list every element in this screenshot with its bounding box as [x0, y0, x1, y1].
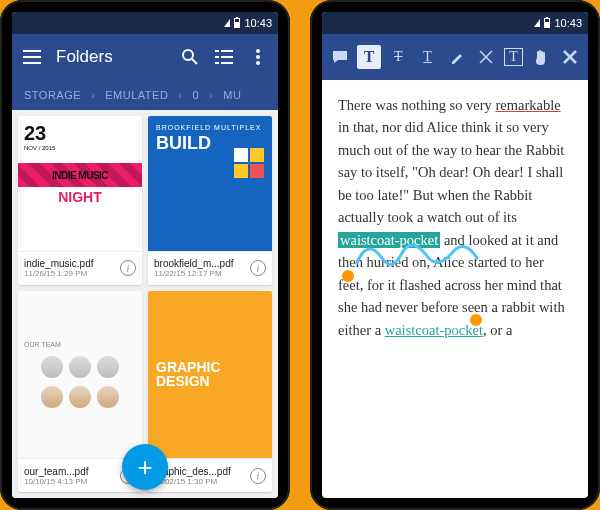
thumb-title: INDIE MUSIC [18, 163, 142, 187]
crumb[interactable]: EMULATED [105, 89, 168, 101]
info-icon[interactable]: i [120, 260, 136, 276]
svg-point-3 [256, 61, 260, 65]
file-date: 10/02/15 1:30 PM [154, 477, 246, 486]
file-meta: brookfield_m...pdf11/22/15 12:17 PM i [148, 251, 272, 285]
signal-icon [224, 19, 230, 27]
underlined-word[interactable]: waistcoat-pocket [385, 322, 483, 338]
thumb-heading: OUR TEAM [24, 341, 61, 348]
file-date: 11/26/15 1:29 PM [24, 269, 116, 278]
search-icon[interactable] [180, 47, 200, 67]
crumb[interactable]: 0 [193, 89, 200, 101]
comment-icon[interactable] [328, 45, 351, 69]
pen-icon[interactable] [445, 45, 468, 69]
file-card[interactable]: 23NOV / 2015 INDIE MUSIC NIGHT indie_mus… [18, 116, 142, 285]
breadcrumb: STORAGE› EMULATED› 0› MU [12, 80, 278, 110]
thumbnail: GRAPHIC DESIGN [148, 291, 272, 459]
text-highlight-icon[interactable]: T [357, 45, 380, 69]
text-box-icon[interactable]: T [504, 48, 523, 66]
info-icon[interactable]: i [250, 260, 266, 276]
chevron-right-icon: › [178, 89, 182, 101]
info-icon[interactable]: i [250, 468, 266, 484]
file-name: our_team...pdf [24, 466, 116, 477]
file-card[interactable]: BROOKFIELD MULTIPLEX BUILD brookfield_m.… [148, 116, 272, 285]
thumbnail: 23NOV / 2015 INDIE MUSIC NIGHT [18, 116, 142, 251]
paragraph: There was nothing so very remarkable in … [338, 94, 572, 341]
thumb-subtitle: NIGHT [58, 189, 102, 205]
thumb-title: DESIGN [156, 374, 210, 388]
svg-point-1 [256, 49, 260, 53]
svg-point-2 [256, 55, 260, 59]
file-name: indie_music.pdf [24, 258, 116, 269]
screen-right: 10:43 T T T T There was nothing so very … [322, 12, 588, 498]
clock: 10:43 [554, 17, 582, 29]
file-date: 11/22/15 12:17 PM [154, 269, 246, 278]
annotation-dot[interactable] [470, 314, 482, 326]
file-meta: indie_music.pdf11/26/15 1:29 PM i [18, 251, 142, 285]
draw-icon[interactable] [475, 45, 498, 69]
thumb-squares [234, 148, 264, 178]
thumbnail: OUR TEAM [18, 291, 142, 459]
status-bar: 10:43 [12, 12, 278, 34]
file-grid: 23NOV / 2015 INDIE MUSIC NIGHT indie_mus… [12, 110, 278, 498]
highlighted-word[interactable]: waistcoat-pocket [338, 232, 440, 248]
underlined-word[interactable]: remarkable [495, 97, 560, 113]
hand-icon[interactable] [529, 45, 552, 69]
thumb-label: BROOKFIELD MULTIPLEX [156, 124, 261, 131]
crumb[interactable]: MU [223, 89, 241, 101]
thumb-date: 23NOV / 2015 [24, 122, 55, 151]
clock: 10:43 [244, 17, 272, 29]
chevron-right-icon: › [91, 89, 95, 101]
annotation-dot[interactable] [342, 270, 354, 282]
file-date: 10/10/15 4:13 PM [24, 477, 116, 486]
overflow-icon[interactable] [248, 47, 268, 67]
svg-point-0 [183, 50, 193, 60]
battery-icon [234, 18, 240, 28]
status-bar: 10:43 [322, 12, 588, 34]
page-title: Folders [56, 47, 166, 67]
app-bar: Folders [12, 34, 278, 80]
thumb-title: BUILD [156, 133, 211, 154]
text-underline-icon[interactable]: T [416, 45, 439, 69]
phone-left: 10:43 Folders STORAGE› EMULATED› 0› MU [0, 0, 290, 510]
thumb-title: GRAPHIC [156, 360, 221, 374]
thumbnail: BROOKFIELD MULTIPLEX BUILD [148, 116, 272, 251]
phone-right: 10:43 T T T T There was nothing so very … [310, 0, 600, 510]
file-name: brookfield_m...pdf [154, 258, 246, 269]
chevron-right-icon: › [209, 89, 213, 101]
signal-icon [534, 19, 540, 27]
screen-left: 10:43 Folders STORAGE› EMULATED› 0› MU [12, 12, 278, 498]
add-button[interactable]: + [122, 444, 168, 490]
avatar-row [41, 356, 119, 378]
battery-icon [544, 18, 550, 28]
document-content[interactable]: There was nothing so very remarkable in … [322, 80, 588, 498]
crumb[interactable]: STORAGE [24, 89, 81, 101]
close-icon[interactable] [559, 45, 582, 69]
annotation-toolbar: T T T T [322, 34, 588, 80]
view-list-icon[interactable] [214, 47, 234, 67]
text-strikethrough-icon[interactable]: T [387, 45, 410, 69]
hamburger-icon[interactable] [22, 47, 42, 67]
avatar-row [41, 386, 119, 408]
